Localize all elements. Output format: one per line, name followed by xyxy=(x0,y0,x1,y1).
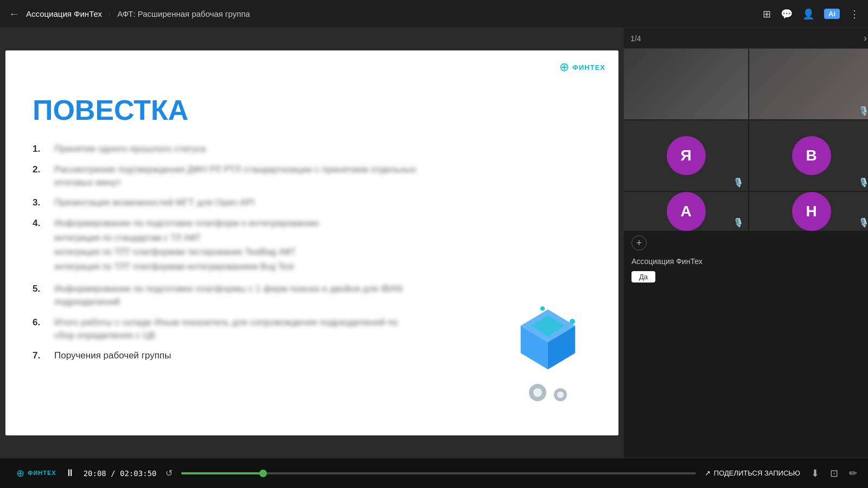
sub-list-item: интеграция по стандартам с ТЛ АФТ xyxy=(54,232,319,244)
item-text: Итого работы с складе Иным показатель дл… xyxy=(54,316,398,342)
nav-next-button[interactable]: › xyxy=(864,33,867,44)
sub-list: интеграция по стандартам с ТЛ АФТ интегр… xyxy=(54,232,319,273)
video-cell-b: В 🎙️ xyxy=(749,120,868,191)
mute-icon-2: 🎙️ xyxy=(858,106,868,116)
slide-title: ПОВЕСТКА xyxy=(33,94,591,126)
bottom-logo: ⊕ ФИНТЕХ xyxy=(16,467,56,479)
video-cell-1 xyxy=(624,49,748,119)
list-item: 6. Итого работы с складе Иным показатель… xyxy=(33,316,591,342)
share-icon: ↗ xyxy=(705,469,711,477)
share-label: ПОДЕЛИТЬСЯ ЗАПИСЬЮ xyxy=(714,469,800,477)
loop-button[interactable]: ↺ xyxy=(165,468,173,478)
panel-nav: 1/4 › xyxy=(624,28,868,49)
bottom-bar: ⊕ ФИНТЕХ ⏸ 20:08 / 02:03:50 ↺ ↗ ПОДЕЛИТЬ… xyxy=(0,458,868,488)
slide-counter: 1/4 xyxy=(630,34,641,43)
video-grid: 🎙️ Я 🎙️ В 🎙️ А 🎙️ xyxy=(624,49,868,231)
participant-placeholder-ya: Я xyxy=(624,120,748,191)
mute-icon-ya: 🎙️ xyxy=(733,177,744,188)
slide-agenda-list: 1. Принятие одного прошлого статуса 2. Р… xyxy=(33,143,591,362)
progress-fill xyxy=(181,472,264,474)
item-text: Рассмотрение подтверждения ДФН РЛ РТЛ ст… xyxy=(54,163,416,189)
item-number: 3. xyxy=(33,196,48,209)
video-cell-ya: Я 🎙️ xyxy=(624,120,748,191)
isometric-box-icon xyxy=(510,299,586,375)
play-pause-button[interactable]: ⏸ xyxy=(65,467,75,479)
item-number: 2. xyxy=(33,163,48,189)
list-item: 5. Информирование по подготовке платформ… xyxy=(33,282,591,309)
bottom-logo-text: ФИНТЕХ xyxy=(28,470,56,477)
progress-bar[interactable] xyxy=(181,472,696,474)
main-content: ⊕ ФИНТЕХ ПОВЕСТКА 1. Принятие одного про… xyxy=(0,28,868,458)
top-bar-actions: ⊞ 💬 👤 Ai ⋮ xyxy=(763,8,859,20)
avatar-n: Н xyxy=(792,192,831,231)
slide-logo-text: ФИНТЕХ xyxy=(572,63,605,72)
item-text: Принятие одного прошлого статуса xyxy=(54,143,206,156)
user-icon[interactable]: 👤 xyxy=(802,8,814,20)
video-cell-a: А 🎙️ xyxy=(624,192,748,231)
video-cell-2: 🎙️ xyxy=(749,49,868,119)
slide-area: ⊕ ФИНТЕХ ПОВЕСТКА 1. Принятие одного про… xyxy=(0,28,624,458)
share-button[interactable]: ↗ ПОДЕЛИТЬСЯ ЗАПИСЬЮ xyxy=(705,469,800,477)
more-icon[interactable]: ⋮ xyxy=(850,8,859,20)
slide-logo: ⊕ ФИНТЕХ xyxy=(559,60,605,74)
slide-illustration xyxy=(510,299,586,403)
mute-icon-b: 🎙️ xyxy=(858,177,868,188)
svg-point-8 xyxy=(533,388,542,397)
svg-point-10 xyxy=(557,391,564,398)
gear-small-icon xyxy=(552,387,569,403)
svg-point-6 xyxy=(540,306,545,311)
gear-icons xyxy=(510,382,586,403)
slide-logo-icon: ⊕ xyxy=(559,60,569,74)
chat-icon[interactable]: 💬 xyxy=(781,8,793,20)
item-number: 6. xyxy=(33,316,48,342)
mute-icon-a: 🎙️ xyxy=(733,217,744,228)
item-text: Презентация возможностей МГТ для Open AP… xyxy=(54,196,254,209)
avatar-b: В xyxy=(792,136,831,175)
slide-container: ⊕ ФИНТЕХ ПОВЕСТКА 1. Принятие одного про… xyxy=(5,50,618,435)
list-item: 3. Презентация возможностей МГТ для Open… xyxy=(33,196,591,209)
video-cell-n: Н 🎙️ xyxy=(749,192,868,231)
right-panel: 1/4 › 🎙️ Я 🎙️ В xyxy=(624,28,868,458)
bottom-right-actions: ↗ ПОДЕЛИТЬСЯ ЗАПИСЬЮ ⬇ ⊡ ✏ xyxy=(705,467,857,479)
time-display: 20:08 / 02:03:50 xyxy=(84,469,157,478)
list-item: 2. Рассмотрение подтверждения ДФН РЛ РТЛ… xyxy=(33,163,591,189)
list-item: 4. Информирование по подготовке платформ… xyxy=(33,217,591,275)
add-button[interactable]: + xyxy=(631,235,647,251)
item-number: 5. xyxy=(33,282,48,309)
ai-badge[interactable]: Ai xyxy=(824,9,840,19)
item-number: 1. xyxy=(33,143,48,156)
bottom-logo-icon: ⊕ xyxy=(16,467,24,479)
item-text: Поручения рабочей группы xyxy=(54,349,171,362)
gear-icon xyxy=(527,382,548,403)
participant-placeholder-a: А xyxy=(624,192,748,231)
sub-list-item: интеграция по ТЛТ платформам тестировани… xyxy=(54,246,319,258)
separator: · xyxy=(108,9,111,18)
participant-placeholder-n: Н xyxy=(749,192,868,231)
grid-icon[interactable]: ⊞ xyxy=(763,8,771,20)
svg-point-5 xyxy=(570,319,575,324)
item-number: 7. xyxy=(33,349,48,362)
list-item: 7. Поручения рабочей группы xyxy=(33,349,591,362)
avatar-ya: Я xyxy=(667,136,706,175)
panel-bottom: + Ассоциация ФинТех Да xyxy=(624,231,868,458)
back-button[interactable]: ← xyxy=(9,8,20,20)
item-number: 4. xyxy=(33,217,48,275)
download-button[interactable]: ⬇ xyxy=(811,467,819,479)
progress-dot xyxy=(259,470,267,477)
fullscreen-button[interactable]: ⊡ xyxy=(830,467,838,479)
sub-list-item: интеграция по ТЛТ платформам интегрирова… xyxy=(54,261,319,273)
meeting-title: АФТ: Расширенная рабочая группа xyxy=(117,9,250,18)
list-item: 1. Принятие одного прошлого статуса xyxy=(33,143,591,156)
back-icon: ← xyxy=(9,8,20,20)
org-name: Ассоциация ФинТех xyxy=(624,255,868,268)
avatar-a: А xyxy=(667,192,706,231)
item-text: Информирование по подготовке платформы с… xyxy=(54,282,403,309)
mute-icon-n: 🎙️ xyxy=(858,217,868,228)
top-bar: ← Ассоциация ФинТех · АФТ: Расширенная р… xyxy=(0,0,868,28)
meeting-organizer: Ассоциация ФинТех xyxy=(26,9,102,18)
edit-button[interactable]: ✏ xyxy=(849,467,857,479)
da-badge[interactable]: Да xyxy=(631,271,655,282)
item-text: Информирование по подготовке платформ к … xyxy=(54,217,319,275)
participant-placeholder-b: В xyxy=(749,120,868,191)
